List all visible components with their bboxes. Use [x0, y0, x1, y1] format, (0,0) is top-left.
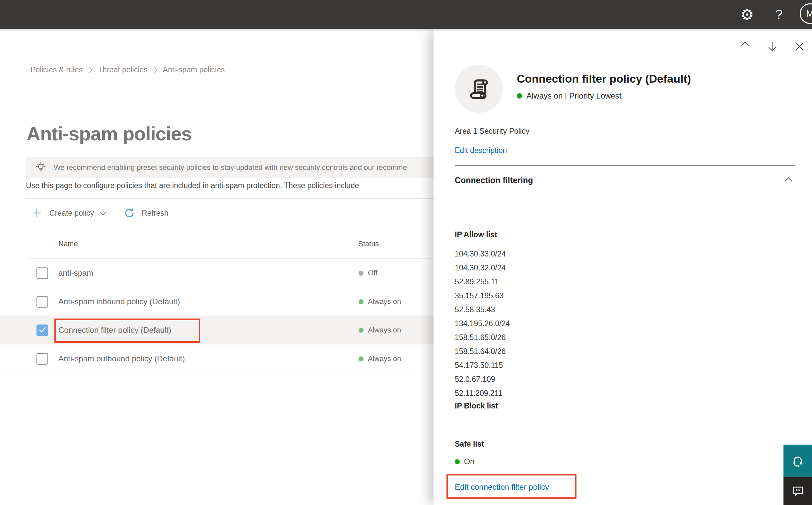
row-checkbox[interactable]	[36, 325, 48, 336]
ip-entry: 52.11.209.211	[455, 386, 510, 400]
policy-avatar	[455, 65, 503, 113]
next-item-arrow-down-icon[interactable]	[767, 41, 778, 52]
plus-icon	[31, 208, 42, 218]
ip-entry: 35.157.195.63	[455, 289, 510, 303]
close-icon[interactable]	[794, 41, 805, 52]
policy-status: Off	[359, 259, 378, 287]
status-dot-icon	[359, 356, 364, 361]
policy-details-panel: Connection filter policy (Default) Alway…	[433, 29, 812, 505]
section-title: Connection filtering	[455, 176, 533, 185]
policy-status: Always on	[359, 344, 401, 373]
headset-icon	[790, 453, 805, 469]
page-title: Anti-spam policies	[26, 123, 192, 145]
breadcrumb-threat-policies[interactable]: Threat policies	[98, 65, 148, 74]
banner-text: We recommend enabling preset security po…	[54, 163, 407, 172]
ip-entry: 158.51.65.0/26	[455, 330, 510, 344]
ip-entry: 104.30.32.0/24	[455, 261, 510, 275]
ip-entry: 158.51.64.0/26	[455, 344, 510, 358]
breadcrumb: Policies & rules Threat policies Anti-sp…	[30, 65, 225, 74]
panel-title: Connection filter policy (Default)	[517, 71, 691, 86]
status-dot-icon	[359, 271, 364, 276]
policy-name[interactable]: Anti-spam outbound policy (Default)	[58, 344, 185, 373]
previous-item-arrow-up-icon[interactable]	[740, 41, 750, 52]
panel-navigation	[740, 41, 805, 52]
ip-block-list-title: IP Block list	[455, 400, 498, 412]
status-on-dot-icon	[517, 93, 522, 99]
create-policy-button[interactable]: Create policy	[31, 208, 107, 218]
chevron-right-icon	[88, 66, 92, 74]
ip-entry: 104.30.33.0/24	[455, 247, 510, 261]
edit-description-link[interactable]: Edit description	[455, 146, 507, 155]
command-bar: Create policy Refresh	[31, 204, 169, 222]
ip-allow-list-title: IP Allow list	[455, 230, 497, 239]
chevron-right-icon	[153, 66, 158, 74]
ip-entry: 54.173.50.115	[455, 358, 510, 372]
column-header-status[interactable]: Status	[358, 239, 379, 248]
panel-header-text: Connection filter policy (Default) Alway…	[517, 65, 691, 113]
row-checkbox[interactable]	[36, 268, 48, 279]
checkmark-icon	[38, 327, 46, 333]
connection-filtering-section-header[interactable]: Connection filtering	[455, 175, 795, 185]
policy-scroll-icon	[466, 76, 492, 102]
ip-entry: 52.89.255.11	[455, 275, 510, 289]
settings-gear-icon[interactable]: ⚙	[739, 5, 755, 24]
refresh-icon	[124, 208, 134, 218]
safe-list-status: On	[455, 456, 474, 468]
chevron-up-icon[interactable]	[784, 175, 793, 185]
help-support-button[interactable]	[784, 445, 812, 477]
status-dot-icon	[359, 328, 364, 333]
status-on-dot-icon	[455, 459, 460, 464]
create-policy-label: Create policy	[49, 209, 94, 218]
row-checkbox[interactable]	[36, 353, 48, 365]
divider	[455, 165, 795, 166]
ip-entry: 52.58.35.43	[455, 303, 510, 317]
panel-status: Always on | Priority Lowest	[517, 91, 691, 101]
breadcrumb-anti-spam-policies[interactable]: Anti-spam policies	[163, 65, 225, 74]
refresh-label: Refresh	[142, 209, 169, 218]
lightbulb-icon	[34, 161, 47, 174]
ip-allow-list: 104.30.33.0/24 104.30.32.0/24 52.89.255.…	[455, 247, 510, 400]
status-dot-icon	[359, 299, 364, 304]
top-app-bar: ⚙ ? M	[0, 0, 812, 29]
ip-entry: 52.0.67.109	[455, 372, 510, 386]
row-checkbox[interactable]	[36, 296, 48, 308]
policy-description: Area 1 Security Policy	[455, 127, 530, 136]
policy-name[interactable]: Anti-spam inbound policy (Default)	[58, 287, 180, 316]
account-avatar[interactable]: M	[800, 3, 812, 24]
annotation-box-edit-link	[446, 474, 577, 499]
refresh-button[interactable]: Refresh	[124, 208, 169, 218]
safe-list-title: Safe list	[455, 438, 484, 450]
breadcrumb-policies-rules[interactable]: Policies & rules	[30, 65, 82, 74]
feedback-button[interactable]	[784, 477, 812, 505]
feedback-chat-icon	[790, 484, 805, 498]
policy-status: Always on	[359, 287, 401, 316]
annotation-box-selected-policy	[54, 319, 200, 343]
chevron-down-icon	[100, 211, 107, 216]
policy-status: Always on	[359, 316, 401, 344]
policy-name[interactable]: anti-spam	[58, 259, 93, 287]
help-icon[interactable]: ?	[772, 5, 786, 24]
panel-header: Connection filter policy (Default) Alway…	[455, 65, 691, 113]
column-header-name[interactable]: Name	[58, 239, 78, 248]
ip-entry: 134.195.26.0/24	[455, 317, 510, 330]
